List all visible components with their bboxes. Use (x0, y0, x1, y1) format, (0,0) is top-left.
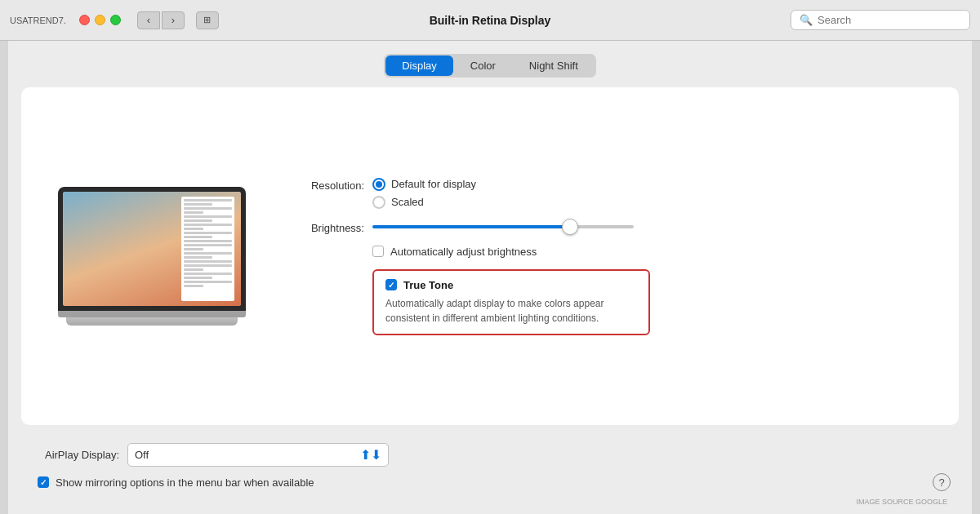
laptop-screen-outer (58, 187, 246, 311)
airplay-value: Off (135, 449, 149, 461)
doc-line (184, 240, 232, 242)
back-button[interactable]: ‹ (137, 11, 160, 29)
settings-area: Resolution: Default for display Scaled B… (283, 178, 926, 335)
doc-line (184, 219, 212, 222)
resolution-label: Resolution: (283, 178, 364, 192)
search-icon: 🔍 (800, 14, 813, 26)
doc-line (184, 281, 232, 283)
display-panel: Resolution: Default for display Scaled B… (21, 87, 959, 425)
doc-line (184, 277, 212, 279)
search-bar[interactable]: 🔍 (791, 10, 970, 30)
resolution-scaled-label: Scaled (391, 196, 424, 208)
help-button[interactable]: ? (933, 473, 951, 491)
doc-line (184, 236, 212, 238)
traffic-lights (79, 15, 121, 25)
doc-line (184, 268, 203, 271)
auto-brightness-row: Automatically adjust brightness (372, 246, 926, 258)
mirroring-row: Show mirroring options in the menu bar w… (29, 473, 951, 491)
brightness-row: Brightness: (283, 220, 926, 234)
laptop-image (58, 187, 246, 326)
doc-line (184, 264, 232, 267)
titlebar-left: USATREND7. ‹ › ⊞ (10, 11, 219, 29)
resolution-option-scaled[interactable]: Scaled (372, 196, 476, 209)
brightness-label: Brightness: (283, 220, 364, 234)
forward-button[interactable]: › (162, 11, 185, 29)
true-tone-title: True Tone (403, 279, 453, 291)
doc-line (184, 273, 232, 275)
brightness-thumb[interactable] (562, 219, 578, 235)
tab-group: Display Color Night Shift (384, 54, 596, 78)
mirroring-checkbox[interactable] (38, 476, 49, 488)
auto-brightness-checkbox-row[interactable]: Automatically adjust brightness (372, 246, 926, 258)
laptop-foot (66, 317, 238, 326)
doc-line (184, 211, 203, 214)
image-source-text: IMAGE SOURCE GOOGLE (29, 498, 951, 506)
radio-scaled-icon[interactable] (372, 196, 385, 209)
doc-line (184, 232, 232, 234)
laptop-base (58, 311, 246, 317)
laptop-screen-inner (63, 192, 241, 306)
doc-line (184, 244, 232, 246)
brightness-slider[interactable] (372, 225, 634, 228)
resolution-default-label: Default for display (391, 178, 476, 190)
auto-brightness-checkbox[interactable] (372, 246, 384, 257)
doc-line (184, 256, 212, 259)
doc-line (184, 252, 232, 255)
maximize-button[interactable] (110, 15, 121, 25)
airplay-select[interactable]: Off ⬆⬇ (127, 443, 389, 467)
doc-line (184, 248, 203, 250)
true-tone-box: True Tone Automatically adapt display to… (372, 269, 650, 335)
grid-button[interactable]: ⊞ (196, 11, 219, 29)
doc-line (184, 199, 232, 202)
window-title: Built-in Retina Display (430, 14, 551, 27)
tab-display[interactable]: Display (385, 55, 453, 76)
doc-line (184, 203, 212, 206)
doc-line (184, 285, 203, 287)
radio-default-icon[interactable] (372, 178, 385, 191)
true-tone-checkbox[interactable] (385, 279, 397, 290)
resolution-row: Resolution: Default for display Scaled (283, 178, 926, 209)
airplay-row: AirPlay Display: Off ⬆⬇ (29, 443, 951, 467)
bottom-area: AirPlay Display: Off ⬆⬇ Show mirroring o… (8, 435, 972, 514)
grid-icon: ⊞ (203, 15, 211, 25)
mirroring-label: Show mirroring options in the menu bar w… (56, 476, 314, 489)
airplay-label: AirPlay Display: (29, 449, 119, 461)
main-content: Display Color Night Shift (8, 41, 972, 514)
doc-line (184, 224, 232, 226)
titlebar: USATREND7. ‹ › ⊞ Built-in Retina Display… (0, 0, 980, 41)
resolution-radio-group: Default for display Scaled (372, 178, 476, 209)
watermark-text: USATREND7. (10, 16, 66, 25)
doc-line (184, 260, 232, 263)
doc-line (184, 215, 232, 218)
screen-document (181, 197, 234, 301)
tabs-container: Display Color Night Shift (8, 41, 972, 78)
true-tone-description: Automatically adapt display to make colo… (385, 296, 637, 326)
laptop-preview (54, 187, 250, 326)
close-button[interactable] (79, 15, 90, 25)
true-tone-header: True Tone (385, 279, 637, 291)
doc-line (184, 207, 232, 210)
screen-wallpaper (63, 192, 241, 306)
auto-brightness-label: Automatically adjust brightness (390, 246, 537, 258)
minimize-button[interactable] (95, 15, 105, 25)
nav-buttons: ‹ › (137, 11, 185, 29)
doc-line (184, 228, 203, 230)
tab-color[interactable]: Color (454, 55, 512, 76)
tab-night-shift[interactable]: Night Shift (513, 55, 595, 76)
search-input[interactable] (817, 14, 961, 26)
chevron-down-icon: ⬆⬇ (360, 447, 381, 463)
resolution-option-default[interactable]: Default for display (372, 178, 476, 191)
